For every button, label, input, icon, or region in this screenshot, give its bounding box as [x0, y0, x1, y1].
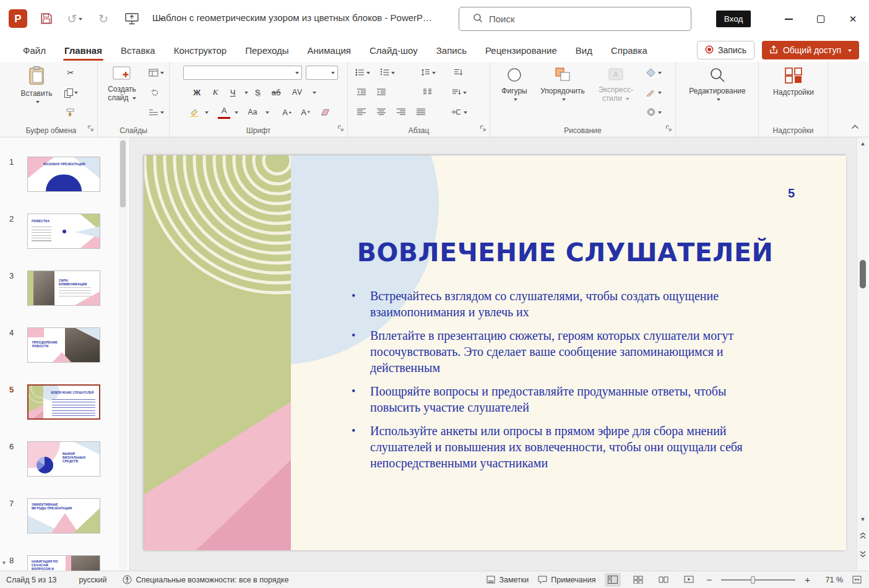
bullet-item[interactable]: Встречайтесь взглядом со слушателями, чт…: [370, 288, 770, 320]
bullets-button[interactable]: [355, 66, 370, 79]
zoom-slider-track[interactable]: [721, 579, 795, 581]
slide-layout-button[interactable]: [149, 66, 164, 79]
strikethrough-button[interactable]: аб: [270, 85, 282, 99]
italic-button[interactable]: К: [209, 85, 222, 99]
scroll-down-icon[interactable]: ▼: [857, 516, 868, 522]
columns-button[interactable]: [421, 85, 433, 99]
justify-button[interactable]: [415, 105, 427, 119]
slide-counter[interactable]: Слайд 5 из 13: [6, 576, 57, 584]
numbering-button[interactable]: [380, 66, 395, 79]
present-to-device-icon[interactable]: [123, 9, 141, 28]
shapes-button[interactable]: Фигуры: [496, 67, 532, 102]
scrollbar-thumb[interactable]: [860, 260, 866, 288]
font-name-combo[interactable]: [183, 66, 302, 80]
view-normal-button[interactable]: [605, 573, 621, 587]
collapse-ribbon-button[interactable]: [851, 121, 859, 132]
arrange-button[interactable]: Упорядочить: [537, 67, 588, 102]
font-color-button[interactable]: А: [218, 105, 230, 119]
close-button[interactable]: ✕: [837, 0, 869, 38]
decrease-font-size-button[interactable]: А: [300, 105, 312, 119]
increase-indent-button[interactable]: [375, 85, 387, 99]
decrease-indent-button[interactable]: [355, 85, 368, 99]
increase-font-size-button[interactable]: А: [281, 105, 293, 119]
tab-design[interactable]: Конструктор: [165, 38, 236, 62]
zoom-out-button[interactable]: −: [706, 574, 712, 585]
fit-slide-to-window-button[interactable]: [852, 576, 862, 584]
highlight-color-chevron-icon[interactable]: [199, 105, 212, 119]
view-reading-button[interactable]: [655, 573, 672, 587]
zoom-in-button[interactable]: +: [805, 574, 810, 585]
font-size-combo[interactable]: [306, 66, 338, 80]
slide-page-number[interactable]: 5: [788, 186, 795, 201]
format-painter-button[interactable]: [64, 105, 77, 119]
tab-help[interactable]: Справка: [602, 38, 657, 62]
font-color-chevron-icon[interactable]: [229, 105, 241, 119]
redo-icon[interactable]: ↻: [94, 9, 113, 28]
tab-slideshow[interactable]: Слайд-шоу: [360, 38, 427, 62]
character-spacing-chevron-icon[interactable]: [307, 85, 319, 99]
clipboard-dialog-launcher-icon[interactable]: [87, 123, 94, 134]
change-case-button[interactable]: Аа: [246, 105, 259, 119]
align-right-button[interactable]: [395, 105, 407, 119]
notes-button[interactable]: Заметки: [486, 576, 529, 584]
thumbnail-scrollbar[interactable]: [119, 137, 127, 571]
main-vertical-scrollbar[interactable]: ▲ ▼: [857, 137, 868, 571]
bullet-item[interactable]: Поощряйте вопросы и предоставляйте проду…: [370, 383, 770, 415]
sign-in-button[interactable]: Вход: [716, 11, 751, 27]
tab-animations[interactable]: Анимация: [298, 38, 360, 62]
current-slide[interactable]: 5 ВОВЛЕЧЕНИЕ СЛУШАТЕЛЕЙ Встречайтесь взг…: [144, 155, 845, 550]
paragraph-dialog-launcher-icon[interactable]: [480, 123, 486, 134]
share-button[interactable]: Общий доступ: [762, 41, 859, 59]
clear-formatting-button[interactable]: [319, 105, 332, 119]
shape-outline-button[interactable]: [646, 85, 662, 99]
convert-to-smartart-button[interactable]: [452, 105, 467, 119]
view-slide-sorter-button[interactable]: [630, 573, 646, 587]
copy-button[interactable]: [64, 85, 78, 99]
next-slide-button[interactable]: [857, 551, 868, 559]
cut-button[interactable]: ✂: [64, 66, 77, 79]
save-icon[interactable]: [37, 9, 56, 28]
tab-insert[interactable]: Вставка: [111, 38, 165, 62]
record-button[interactable]: Запись: [697, 41, 754, 59]
align-left-button[interactable]: [355, 105, 368, 119]
sort-button[interactable]: [452, 66, 464, 79]
addins-button[interactable]: Надстройки: [770, 67, 817, 97]
new-slide-button[interactable]: Создать слайд: [103, 66, 141, 102]
quick-styles-button[interactable]: А Экспресс-стили: [593, 67, 639, 103]
zoom-slider-thumb[interactable]: [751, 576, 755, 584]
underline-button[interactable]: Ч: [227, 85, 239, 99]
tab-transitions[interactable]: Переходы: [236, 38, 298, 62]
previous-slide-button[interactable]: [857, 532, 868, 540]
accessibility-status[interactable]: Специальные возможности: все в порядке: [123, 575, 288, 584]
scroll-up-icon[interactable]: ▲: [857, 141, 868, 147]
slide-body-text[interactable]: Встречайтесь взглядом со слушателями, чт…: [370, 288, 770, 478]
paste-button[interactable]: Вставить: [19, 66, 54, 104]
font-dialog-launcher-icon[interactable]: [337, 123, 344, 134]
section-button[interactable]: [149, 105, 164, 119]
bullet-item[interactable]: Используйте анкеты или опросы в прямом э…: [370, 423, 770, 471]
reset-slide-button[interactable]: [149, 85, 161, 99]
underline-options-chevron-icon[interactable]: [239, 85, 251, 99]
change-case-chevron-icon[interactable]: [260, 105, 272, 119]
drawing-dialog-launcher-icon[interactable]: [665, 123, 672, 134]
thumbnail-scrollbar-thumb[interactable]: [120, 141, 126, 207]
search-box[interactable]: [459, 7, 691, 31]
thumbnail-scroll-down-icon[interactable]: ▼: [0, 560, 8, 566]
search-input[interactable]: [489, 14, 662, 24]
zoom-slider[interactable]: [721, 575, 795, 585]
bullet-item[interactable]: Вплетайте в презентацию сюжеты, героям к…: [370, 327, 770, 376]
zoom-level[interactable]: 71 %: [819, 576, 843, 584]
text-shadow-button[interactable]: S: [251, 85, 264, 99]
comments-button[interactable]: Примечания: [538, 576, 595, 584]
language-indicator[interactable]: русский: [79, 576, 107, 584]
editing-button[interactable]: Редактирование: [687, 67, 748, 102]
shape-fill-button[interactable]: [646, 66, 662, 79]
highlight-color-button[interactable]: [188, 105, 201, 119]
undo-icon[interactable]: ↺: [66, 9, 84, 28]
view-slideshow-button[interactable]: [681, 573, 697, 587]
character-spacing-button[interactable]: АV: [291, 85, 303, 99]
tab-file[interactable]: Файл: [14, 38, 55, 62]
shape-effects-button[interactable]: [646, 105, 662, 119]
maximize-button[interactable]: [805, 0, 837, 38]
tab-review[interactable]: Рецензирование: [476, 38, 566, 62]
